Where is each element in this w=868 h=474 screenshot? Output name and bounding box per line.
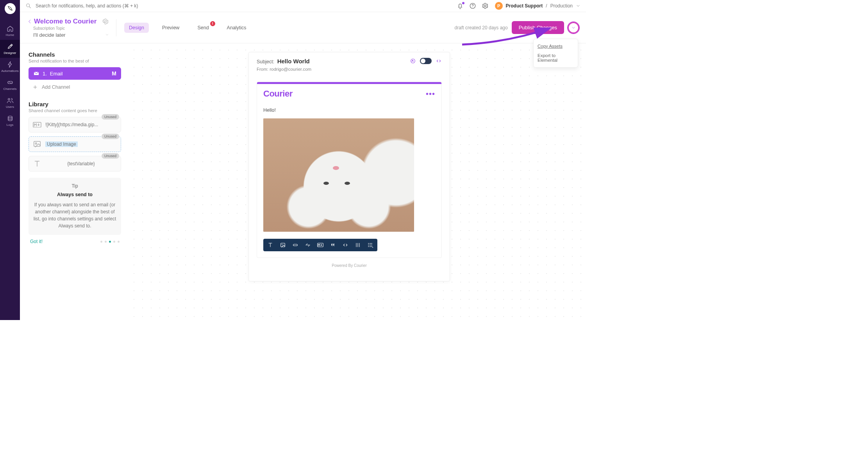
brand-logo: Courier: [263, 89, 293, 99]
chevron-left-icon[interactable]: [27, 19, 32, 24]
rail-users[interactable]: Users: [0, 94, 20, 112]
svg-point-13: [368, 245, 369, 245]
side-panel: Channels Send notification to the best o…: [20, 43, 127, 320]
tool-text-icon[interactable]: [266, 241, 274, 249]
svg-point-12: [368, 243, 369, 244]
rail-logs[interactable]: Logs: [0, 112, 20, 130]
tip-label: Tip: [33, 183, 116, 189]
tip-pager[interactable]: [100, 241, 120, 243]
search-box[interactable]: [25, 3, 457, 9]
tool-markdown-icon[interactable]: [316, 241, 324, 249]
page-title: Welcome to Courier: [34, 18, 96, 25]
home-icon: [7, 25, 14, 32]
brush-icon: [7, 43, 14, 50]
library-item-markdown[interactable]: Unused ![Kitty](https://media.gip...: [29, 117, 121, 132]
email-preview-card: Subject: Hello World From: rodrigo@couri…: [248, 52, 450, 281]
from-value: rodrigo@courier.com: [270, 67, 311, 72]
block-toolbar: [263, 239, 377, 251]
menu-export-elemental[interactable]: Export to Elemental: [534, 51, 578, 65]
tab-send[interactable]: Send !: [193, 23, 213, 33]
from-label: From:: [257, 67, 268, 72]
chevron-down-icon: [571, 25, 576, 30]
channels-hint: Send notification to the best of: [29, 59, 121, 63]
tip-body: If you always want to send an email (or …: [33, 201, 116, 229]
gear-icon[interactable]: [102, 18, 109, 25]
tab-design[interactable]: Design: [124, 23, 149, 33]
library-item-text[interactable]: Unused {testVariable}: [29, 156, 121, 172]
channel-email[interactable]: 1. Email M: [29, 67, 121, 80]
tabs: Design Preview Send ! Analytics: [116, 19, 251, 36]
tab-analytics[interactable]: Analytics: [222, 23, 251, 33]
draft-status: draft created 20 days ago: [455, 25, 508, 30]
plus-icon: [32, 84, 38, 90]
canvas[interactable]: Subject: Hello World From: rodrigo@couri…: [127, 43, 586, 320]
subscription-select[interactable]: I'll decide later: [33, 32, 109, 38]
svg-point-2: [484, 5, 486, 7]
tool-image-icon[interactable]: [279, 241, 287, 249]
tool-button-icon[interactable]: [291, 241, 299, 249]
svg-point-14: [368, 246, 369, 247]
help-icon[interactable]: [469, 2, 476, 9]
avatar: P: [495, 2, 503, 10]
email-image[interactable]: [263, 118, 414, 232]
settings-icon[interactable]: [482, 2, 489, 9]
menu-copy-assets[interactable]: Copy Assets: [534, 41, 578, 51]
email-footer: Powered By Courier: [257, 258, 442, 275]
chevron-down-icon: [576, 4, 580, 8]
unused-pill: Unused: [102, 134, 119, 139]
nav-rail: Home Designer Automations Channels Users…: [0, 0, 20, 320]
envelope-icon: [33, 70, 39, 77]
svg-point-9: [282, 244, 282, 245]
notification-dot: [462, 2, 464, 4]
subscription-label: Subscription Topic: [33, 26, 109, 30]
bell-icon[interactable]: [457, 2, 464, 9]
link-icon: [7, 79, 14, 86]
publish-button[interactable]: Publish Changes: [512, 21, 564, 34]
tab-preview[interactable]: Preview: [157, 23, 184, 33]
alert-badge: !: [210, 21, 215, 26]
tool-quote-icon[interactable]: [329, 241, 337, 249]
code-icon[interactable]: [436, 58, 442, 64]
search-icon: [25, 3, 32, 9]
unused-pill: Unused: [102, 114, 119, 120]
search-input[interactable]: [36, 3, 176, 9]
account-switcher[interactable]: P Product Support / Production: [495, 2, 580, 10]
tool-code-icon[interactable]: [341, 241, 349, 249]
publish-menu-toggle[interactable]: Copy Assets Export to Elemental: [568, 22, 579, 33]
rail-channels[interactable]: Channels: [0, 76, 20, 94]
publish-menu: Copy Assets Export to Elemental: [533, 39, 578, 68]
got-it-button[interactable]: Got it!: [30, 239, 43, 244]
email-text[interactable]: Hello!: [263, 107, 435, 113]
svg-point-6: [35, 143, 37, 144]
rail-designer[interactable]: Designer: [0, 40, 20, 58]
text-icon: [33, 160, 41, 167]
users-icon: [7, 97, 14, 104]
palette-icon[interactable]: [410, 58, 416, 64]
library-heading: Library: [29, 101, 121, 107]
library-item-image[interactable]: Unused Upload Image: [29, 136, 121, 152]
bolt-icon: [7, 61, 14, 68]
page-header: Welcome to Courier Subscription Topic I'…: [20, 12, 586, 43]
image-icon: [33, 141, 41, 148]
tip-card: Tip Always send to If you always want to…: [29, 178, 121, 235]
tool-columns-icon[interactable]: [354, 241, 362, 249]
tool-divider-icon[interactable]: [304, 241, 312, 249]
provider-icon: M: [112, 70, 116, 77]
dark-mode-toggle[interactable]: [420, 58, 432, 64]
more-icon[interactable]: •••: [426, 92, 435, 95]
email-body: Courier ••• Hello!: [257, 82, 442, 258]
logo-icon[interactable]: [5, 3, 16, 14]
svg-rect-8: [281, 243, 285, 247]
rail-home[interactable]: Home: [0, 22, 20, 40]
database-icon: [7, 115, 14, 122]
add-channel-button[interactable]: Add Channel: [29, 82, 121, 92]
svg-point-3: [105, 20, 107, 22]
markdown-icon: [33, 121, 41, 128]
subject-value[interactable]: Hello World: [277, 58, 310, 64]
svg-point-0: [27, 4, 30, 7]
rail-automations[interactable]: Automations: [0, 58, 20, 76]
tip-title: Always send to: [33, 192, 116, 197]
tool-list-icon[interactable]: [366, 241, 374, 249]
unused-pill: Unused: [102, 153, 119, 159]
subject-label: Subject:: [257, 59, 274, 64]
